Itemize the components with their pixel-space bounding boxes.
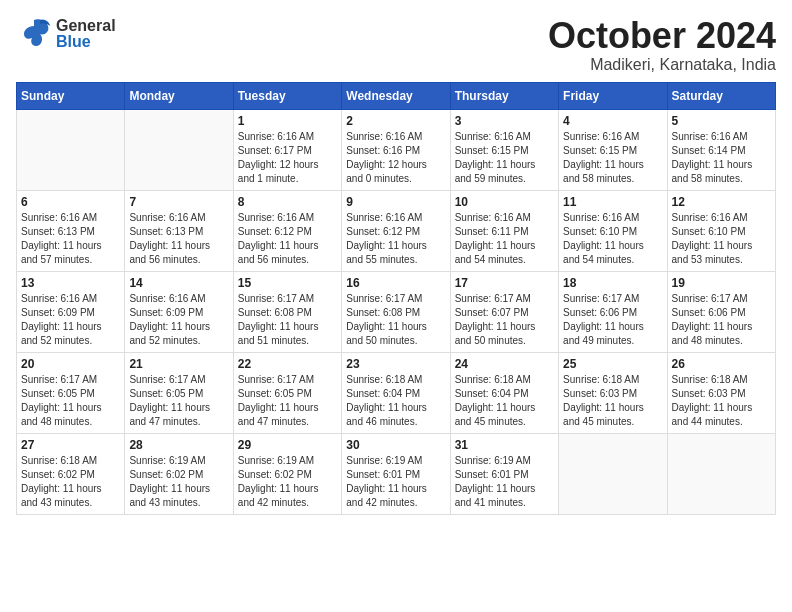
weekday-thursday: Thursday (450, 82, 558, 109)
calendar-week-1: 6Sunrise: 6:16 AM Sunset: 6:13 PM Daylig… (17, 190, 776, 271)
day-info: Sunrise: 6:17 AM Sunset: 6:05 PM Dayligh… (238, 373, 337, 429)
calendar-cell: 28Sunrise: 6:19 AM Sunset: 6:02 PM Dayli… (125, 433, 233, 514)
calendar-week-3: 20Sunrise: 6:17 AM Sunset: 6:05 PM Dayli… (17, 352, 776, 433)
calendar-cell (559, 433, 667, 514)
calendar-cell: 3Sunrise: 6:16 AM Sunset: 6:15 PM Daylig… (450, 109, 558, 190)
weekday-wednesday: Wednesday (342, 82, 450, 109)
calendar-cell: 17Sunrise: 6:17 AM Sunset: 6:07 PM Dayli… (450, 271, 558, 352)
day-number: 10 (455, 195, 554, 209)
day-number: 8 (238, 195, 337, 209)
day-number: 31 (455, 438, 554, 452)
day-info: Sunrise: 6:16 AM Sunset: 6:17 PM Dayligh… (238, 130, 337, 186)
weekday-saturday: Saturday (667, 82, 775, 109)
day-info: Sunrise: 6:16 AM Sunset: 6:13 PM Dayligh… (129, 211, 228, 267)
calendar-cell: 15Sunrise: 6:17 AM Sunset: 6:08 PM Dayli… (233, 271, 341, 352)
month-title: October 2024 (548, 16, 776, 56)
logo: General Blue (16, 16, 116, 52)
day-info: Sunrise: 6:18 AM Sunset: 6:03 PM Dayligh… (563, 373, 662, 429)
calendar-cell: 12Sunrise: 6:16 AM Sunset: 6:10 PM Dayli… (667, 190, 775, 271)
day-number: 18 (563, 276, 662, 290)
weekday-sunday: Sunday (17, 82, 125, 109)
day-info: Sunrise: 6:16 AM Sunset: 6:12 PM Dayligh… (346, 211, 445, 267)
calendar-cell: 30Sunrise: 6:19 AM Sunset: 6:01 PM Dayli… (342, 433, 450, 514)
day-number: 4 (563, 114, 662, 128)
day-number: 22 (238, 357, 337, 371)
calendar-cell (667, 433, 775, 514)
calendar-cell: 8Sunrise: 6:16 AM Sunset: 6:12 PM Daylig… (233, 190, 341, 271)
day-info: Sunrise: 6:16 AM Sunset: 6:10 PM Dayligh… (563, 211, 662, 267)
calendar-cell: 24Sunrise: 6:18 AM Sunset: 6:04 PM Dayli… (450, 352, 558, 433)
page-header: General Blue October 2024 Madikeri, Karn… (16, 16, 776, 74)
day-info: Sunrise: 6:17 AM Sunset: 6:06 PM Dayligh… (563, 292, 662, 348)
day-number: 25 (563, 357, 662, 371)
day-info: Sunrise: 6:18 AM Sunset: 6:02 PM Dayligh… (21, 454, 120, 510)
day-number: 19 (672, 276, 771, 290)
day-info: Sunrise: 6:17 AM Sunset: 6:05 PM Dayligh… (21, 373, 120, 429)
logo-general: General (56, 18, 116, 34)
day-number: 11 (563, 195, 662, 209)
day-number: 23 (346, 357, 445, 371)
day-number: 20 (21, 357, 120, 371)
weekday-header-row: SundayMondayTuesdayWednesdayThursdayFrid… (17, 82, 776, 109)
day-number: 27 (21, 438, 120, 452)
calendar-cell: 2Sunrise: 6:16 AM Sunset: 6:16 PM Daylig… (342, 109, 450, 190)
day-number: 9 (346, 195, 445, 209)
calendar-week-2: 13Sunrise: 6:16 AM Sunset: 6:09 PM Dayli… (17, 271, 776, 352)
day-number: 2 (346, 114, 445, 128)
logo-bird-icon (16, 16, 52, 52)
day-info: Sunrise: 6:16 AM Sunset: 6:15 PM Dayligh… (455, 130, 554, 186)
calendar-cell: 5Sunrise: 6:16 AM Sunset: 6:14 PM Daylig… (667, 109, 775, 190)
calendar-cell: 20Sunrise: 6:17 AM Sunset: 6:05 PM Dayli… (17, 352, 125, 433)
title-block: October 2024 Madikeri, Karnataka, India (548, 16, 776, 74)
weekday-tuesday: Tuesday (233, 82, 341, 109)
day-number: 21 (129, 357, 228, 371)
calendar-cell: 29Sunrise: 6:19 AM Sunset: 6:02 PM Dayli… (233, 433, 341, 514)
calendar-cell: 21Sunrise: 6:17 AM Sunset: 6:05 PM Dayli… (125, 352, 233, 433)
day-info: Sunrise: 6:17 AM Sunset: 6:08 PM Dayligh… (346, 292, 445, 348)
day-info: Sunrise: 6:16 AM Sunset: 6:15 PM Dayligh… (563, 130, 662, 186)
calendar-cell (17, 109, 125, 190)
calendar-week-4: 27Sunrise: 6:18 AM Sunset: 6:02 PM Dayli… (17, 433, 776, 514)
weekday-friday: Friday (559, 82, 667, 109)
day-number: 15 (238, 276, 337, 290)
day-info: Sunrise: 6:18 AM Sunset: 6:04 PM Dayligh… (455, 373, 554, 429)
day-info: Sunrise: 6:17 AM Sunset: 6:07 PM Dayligh… (455, 292, 554, 348)
logo-text: General Blue (56, 18, 116, 50)
calendar-cell: 19Sunrise: 6:17 AM Sunset: 6:06 PM Dayli… (667, 271, 775, 352)
calendar-cell: 22Sunrise: 6:17 AM Sunset: 6:05 PM Dayli… (233, 352, 341, 433)
calendar-cell: 18Sunrise: 6:17 AM Sunset: 6:06 PM Dayli… (559, 271, 667, 352)
day-info: Sunrise: 6:17 AM Sunset: 6:05 PM Dayligh… (129, 373, 228, 429)
day-info: Sunrise: 6:19 AM Sunset: 6:01 PM Dayligh… (346, 454, 445, 510)
day-info: Sunrise: 6:16 AM Sunset: 6:12 PM Dayligh… (238, 211, 337, 267)
day-number: 14 (129, 276, 228, 290)
day-info: Sunrise: 6:19 AM Sunset: 6:01 PM Dayligh… (455, 454, 554, 510)
calendar-header: SundayMondayTuesdayWednesdayThursdayFrid… (17, 82, 776, 109)
calendar-cell (125, 109, 233, 190)
calendar-table: SundayMondayTuesdayWednesdayThursdayFrid… (16, 82, 776, 515)
day-info: Sunrise: 6:18 AM Sunset: 6:03 PM Dayligh… (672, 373, 771, 429)
calendar-cell: 25Sunrise: 6:18 AM Sunset: 6:03 PM Dayli… (559, 352, 667, 433)
calendar-cell: 23Sunrise: 6:18 AM Sunset: 6:04 PM Dayli… (342, 352, 450, 433)
calendar-cell: 26Sunrise: 6:18 AM Sunset: 6:03 PM Dayli… (667, 352, 775, 433)
day-info: Sunrise: 6:16 AM Sunset: 6:09 PM Dayligh… (129, 292, 228, 348)
day-number: 29 (238, 438, 337, 452)
day-info: Sunrise: 6:16 AM Sunset: 6:10 PM Dayligh… (672, 211, 771, 267)
day-number: 13 (21, 276, 120, 290)
day-info: Sunrise: 6:16 AM Sunset: 6:16 PM Dayligh… (346, 130, 445, 186)
location: Madikeri, Karnataka, India (548, 56, 776, 74)
day-number: 24 (455, 357, 554, 371)
calendar-cell: 9Sunrise: 6:16 AM Sunset: 6:12 PM Daylig… (342, 190, 450, 271)
calendar-cell: 13Sunrise: 6:16 AM Sunset: 6:09 PM Dayli… (17, 271, 125, 352)
calendar-cell: 11Sunrise: 6:16 AM Sunset: 6:10 PM Dayli… (559, 190, 667, 271)
day-info: Sunrise: 6:16 AM Sunset: 6:11 PM Dayligh… (455, 211, 554, 267)
weekday-monday: Monday (125, 82, 233, 109)
calendar-body: 1Sunrise: 6:16 AM Sunset: 6:17 PM Daylig… (17, 109, 776, 514)
day-info: Sunrise: 6:16 AM Sunset: 6:13 PM Dayligh… (21, 211, 120, 267)
calendar-cell: 6Sunrise: 6:16 AM Sunset: 6:13 PM Daylig… (17, 190, 125, 271)
day-info: Sunrise: 6:17 AM Sunset: 6:08 PM Dayligh… (238, 292, 337, 348)
calendar-cell: 27Sunrise: 6:18 AM Sunset: 6:02 PM Dayli… (17, 433, 125, 514)
day-info: Sunrise: 6:18 AM Sunset: 6:04 PM Dayligh… (346, 373, 445, 429)
day-number: 7 (129, 195, 228, 209)
calendar-cell: 1Sunrise: 6:16 AM Sunset: 6:17 PM Daylig… (233, 109, 341, 190)
calendar-cell: 7Sunrise: 6:16 AM Sunset: 6:13 PM Daylig… (125, 190, 233, 271)
